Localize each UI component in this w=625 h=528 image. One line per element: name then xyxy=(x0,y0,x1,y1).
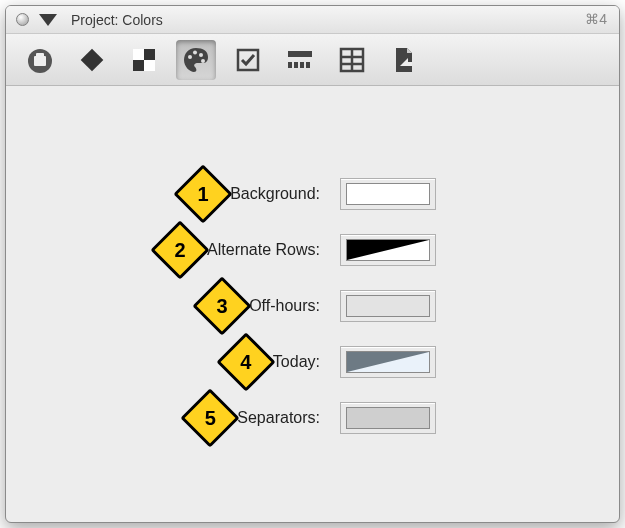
option-label: Separators: xyxy=(237,409,320,427)
swatch-preview xyxy=(346,407,430,429)
slider-icon xyxy=(286,48,314,72)
callout-marker: 1 xyxy=(182,173,224,215)
callout-number: 1 xyxy=(182,173,224,215)
titlebar[interactable]: Project: Colors ⌘4 xyxy=(6,6,619,34)
tab-checkerboard[interactable] xyxy=(124,40,164,80)
tab-page-arrow[interactable] xyxy=(384,40,424,80)
swatch-preview xyxy=(346,183,430,205)
svg-rect-15 xyxy=(300,62,304,68)
svg-point-7 xyxy=(188,55,192,59)
option-label: Today: xyxy=(273,353,320,371)
svg-rect-1 xyxy=(34,56,46,66)
checkerboard-icon xyxy=(131,47,157,73)
svg-rect-6 xyxy=(144,60,155,71)
svg-rect-14 xyxy=(294,62,298,68)
color-well-alternate-rows[interactable] xyxy=(340,234,436,266)
tab-diamond[interactable] xyxy=(72,40,112,80)
inspector-toolbar xyxy=(6,34,619,86)
option-row: 4 Today: xyxy=(6,334,619,390)
callout-number: 5 xyxy=(189,397,231,439)
swatch-preview xyxy=(346,351,430,373)
color-well-background[interactable] xyxy=(340,178,436,210)
svg-rect-16 xyxy=(306,62,310,68)
svg-rect-5 xyxy=(133,49,144,60)
option-label: Off-hours: xyxy=(249,297,320,315)
callout-marker: 4 xyxy=(225,341,267,383)
svg-point-9 xyxy=(199,53,203,57)
tab-checkbox[interactable] xyxy=(228,40,268,80)
callout-marker: 5 xyxy=(189,397,231,439)
callout-number: 4 xyxy=(225,341,267,383)
window-title: Project: Colors xyxy=(71,12,163,28)
color-well-separators[interactable] xyxy=(340,402,436,434)
swatch-preview xyxy=(346,295,430,317)
option-row: 3 Off-hours: xyxy=(6,278,619,334)
color-well-today[interactable] xyxy=(340,346,436,378)
svg-point-10 xyxy=(201,59,205,63)
swatch-preview xyxy=(346,239,430,261)
svg-rect-13 xyxy=(288,62,292,68)
callout-number: 3 xyxy=(201,285,243,327)
color-options: 1 Background: 2 Alternate Rows: xyxy=(6,86,619,446)
tab-colors[interactable] xyxy=(176,40,216,80)
option-label: Background: xyxy=(230,185,320,203)
option-row: 5 Separators: xyxy=(6,390,619,446)
callout-number: 2 xyxy=(159,229,201,271)
tab-table[interactable] xyxy=(332,40,372,80)
tab-briefcase[interactable] xyxy=(20,40,60,80)
option-row: 1 Background: xyxy=(6,166,619,222)
svg-point-8 xyxy=(193,50,197,54)
color-well-off-hours[interactable] xyxy=(340,290,436,322)
table-icon xyxy=(339,47,365,73)
inspector-window: Project: Colors ⌘4 xyxy=(5,5,620,523)
briefcase-icon xyxy=(25,45,55,75)
close-button[interactable] xyxy=(16,13,29,26)
svg-rect-2 xyxy=(36,53,44,57)
svg-rect-12 xyxy=(288,51,312,57)
palette-icon xyxy=(181,45,211,75)
diamond-icon xyxy=(78,46,106,74)
checkbox-icon xyxy=(235,47,261,73)
option-label: Alternate Rows: xyxy=(207,241,320,259)
callout-marker: 3 xyxy=(201,285,243,327)
shortcut-label: ⌘4 xyxy=(585,11,607,27)
page-arrow-icon xyxy=(392,46,416,74)
callout-marker: 2 xyxy=(159,229,201,271)
tab-slider[interactable] xyxy=(280,40,320,80)
option-row: 2 Alternate Rows: xyxy=(6,222,619,278)
disclosure-triangle-icon[interactable] xyxy=(39,14,57,26)
svg-rect-3 xyxy=(81,48,104,71)
